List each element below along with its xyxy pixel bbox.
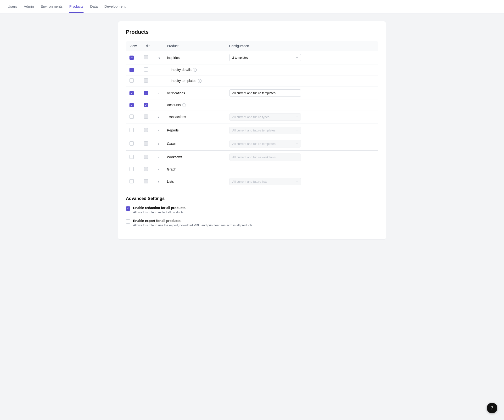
chevron-right-icon[interactable]: ›	[158, 142, 159, 146]
checkbox-checked[interactable]: ✓	[144, 103, 148, 107]
chevron-down-icon[interactable]: ∨	[158, 56, 160, 60]
product-name-verifications: Verifications	[167, 91, 185, 95]
checkbox-disabled	[144, 78, 148, 83]
chevron-cell-accounts	[155, 100, 164, 110]
chevron-cell-lists[interactable]: ›	[155, 175, 164, 188]
view-cell-lists	[126, 175, 140, 188]
product-name-workflows: Workflows	[167, 155, 182, 159]
config-cell-graph	[226, 164, 378, 175]
chevron-cell-workflows[interactable]: ›	[155, 150, 164, 164]
checkbox-disabled	[144, 167, 148, 171]
checkbox-unchecked[interactable]	[129, 128, 134, 132]
nav-item-development[interactable]: Development	[104, 0, 126, 13]
nav-item-admin[interactable]: Admin	[24, 0, 34, 13]
chevron-cell-inquiries[interactable]: ∨	[155, 51, 164, 64]
nav-item-users[interactable]: Users	[8, 0, 17, 13]
table-row: ›CasesAll current and future templatesCu…	[126, 137, 378, 150]
edit-cell-accounts: ✓	[140, 100, 155, 110]
config-select-inquiries[interactable]: 2 templatesAll current and future templa…	[229, 54, 301, 61]
checkbox-unchecked[interactable]	[129, 155, 134, 159]
chevron-cell-inquiry-details	[155, 64, 164, 75]
checkbox-unchecked[interactable]	[129, 115, 134, 119]
product-cell-inquiry-details: Inquiry detailsi	[164, 64, 226, 75]
edit-cell-reports	[140, 124, 155, 137]
chevron-cell-verifications[interactable]: ›	[155, 86, 164, 100]
config-cell-reports: All current and future templatesCustom	[226, 124, 378, 137]
chevron-cell-reports[interactable]: ›	[155, 124, 164, 137]
chevron-cell-transactions[interactable]: ›	[155, 110, 164, 124]
product-name-transactions: Transactions	[167, 115, 186, 119]
table-row: ›TransactionsAll current and future type…	[126, 110, 378, 124]
config-select-lists: All current and future listsCustom	[229, 178, 301, 185]
nav-item-data[interactable]: Data	[90, 0, 98, 13]
edit-cell-workflows	[140, 150, 155, 164]
product-cell-inquiry-templates: Inquiry templatesi	[164, 75, 226, 86]
page-title: Products	[126, 29, 378, 35]
info-icon[interactable]: i	[182, 103, 186, 107]
checkbox-unchecked[interactable]	[129, 78, 134, 83]
checkbox-checked[interactable]: ✓	[129, 91, 134, 95]
checkbox-checked[interactable]: ✓	[129, 68, 134, 72]
checkbox-partial[interactable]: −	[129, 55, 134, 60]
config-select-transactions: All current and future typesCustom	[229, 113, 301, 121]
col-header-view: View	[126, 41, 140, 51]
navigation: Users Admin Environments Products Data D…	[0, 0, 504, 13]
config-cell-inquiry-templates	[226, 75, 378, 86]
product-cell-workflows: Workflows	[164, 150, 226, 164]
chevron-cell-cases[interactable]: ›	[155, 137, 164, 150]
config-select-verifications[interactable]: All current and future templatesCustom	[229, 89, 301, 97]
info-icon[interactable]: i	[198, 79, 202, 83]
setting-label-export: Enable export for all products.	[133, 219, 252, 223]
chevron-cell-graph[interactable]: ›	[155, 164, 164, 175]
col-header-product: Product	[164, 41, 226, 51]
config-cell-workflows: All current and future workflowsCustom	[226, 150, 378, 164]
chevron-right-icon[interactable]: ›	[158, 92, 159, 95]
chevron-right-icon[interactable]: ›	[158, 168, 159, 171]
config-select-workflows: All current and future workflowsCustom	[229, 153, 301, 161]
checkbox-unchecked[interactable]	[129, 167, 134, 171]
edit-cell-inquiries	[140, 51, 155, 64]
view-cell-workflows	[126, 150, 140, 164]
checkbox-disabled	[144, 55, 148, 59]
chevron-right-icon[interactable]: ›	[158, 129, 159, 132]
edit-cell-lists	[140, 175, 155, 188]
setting-text-export: Enable export for all products.Allows th…	[133, 219, 252, 227]
chevron-right-icon[interactable]: ›	[158, 156, 159, 159]
setting-item-redaction: ✓Enable redaction for all products.Allow…	[126, 206, 378, 214]
config-cell-cases: All current and future templatesCustom	[226, 137, 378, 150]
info-icon[interactable]: i	[193, 68, 197, 72]
setting-checkbox-export[interactable]	[126, 219, 130, 224]
col-header-chevron	[155, 41, 164, 51]
products-table: View Edit Product Configuration −∨Inquir…	[126, 41, 378, 189]
chevron-right-icon[interactable]: ›	[158, 116, 159, 119]
product-name-lists: Lists	[167, 180, 174, 183]
edit-cell-transactions	[140, 110, 155, 124]
checkbox-unchecked[interactable]	[129, 179, 134, 183]
table-row: ✓Inquiry detailsi	[126, 64, 378, 75]
col-header-edit: Edit	[140, 41, 155, 51]
checkbox-unchecked[interactable]	[129, 141, 134, 146]
checkbox-disabled	[144, 141, 148, 146]
nav-item-environments[interactable]: Environments	[41, 0, 63, 13]
product-name-accounts: Accountsi	[167, 103, 186, 107]
view-cell-reports	[126, 124, 140, 137]
product-name-inquiries: Inquiries	[167, 56, 180, 60]
table-row: ›Graph	[126, 164, 378, 175]
checkbox-unchecked[interactable]	[144, 67, 148, 72]
table-row: Inquiry templatesi	[126, 75, 378, 86]
nav-item-products[interactable]: Products	[69, 0, 83, 13]
product-name-cases: Cases	[167, 142, 177, 146]
checkbox-partial[interactable]: −	[144, 91, 148, 95]
chevron-right-icon[interactable]: ›	[158, 180, 159, 183]
product-cell-accounts: Accountsi	[164, 100, 226, 110]
edit-cell-cases	[140, 137, 155, 150]
setting-checkbox-redaction[interactable]: ✓	[126, 207, 130, 211]
product-name-inquiry-templates: Inquiry templatesi	[171, 79, 202, 83]
view-cell-graph	[126, 164, 140, 175]
checkbox-checked[interactable]: ✓	[129, 103, 134, 107]
view-cell-transactions	[126, 110, 140, 124]
table-row: ›ReportsAll current and future templates…	[126, 124, 378, 137]
product-cell-cases: Cases	[164, 137, 226, 150]
view-cell-inquiries: −	[126, 51, 140, 64]
product-cell-reports: Reports	[164, 124, 226, 137]
